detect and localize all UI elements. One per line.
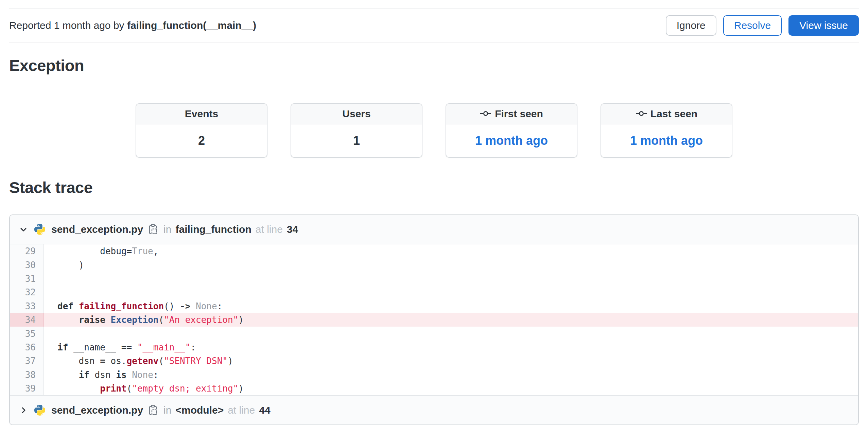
code-text: if dsn is None:: [44, 368, 858, 382]
code-text: debug=True,: [44, 244, 858, 258]
toolbar-buttons: IgnoreResolveView issue: [666, 15, 859, 36]
code-text: print("empty dsn; exiting"): [44, 382, 858, 395]
line-number: 29: [10, 244, 44, 258]
stat-label: Events: [185, 108, 218, 120]
stack-frame-header[interactable]: send_exception.pyin<module>at line44: [10, 396, 858, 425]
stat-card-header: First seen: [446, 104, 577, 124]
frame-in-label: in: [163, 224, 171, 235]
stat-card-users: Users1: [291, 103, 422, 158]
reported-text: Reported 1 month ago by failing_function…: [9, 20, 256, 31]
line-number: 37: [10, 354, 44, 368]
code-text: ): [44, 258, 858, 272]
copy-icon[interactable]: [148, 404, 158, 416]
stat-card-last-seen: Last seen1 month ago: [601, 103, 732, 158]
stat-card-header: Events: [136, 104, 267, 124]
stack-frame: send_exception.pyin<module>at line44: [10, 395, 858, 425]
view-issue-button[interactable]: View issue: [788, 15, 859, 36]
stat-value-events: 2: [136, 124, 267, 157]
code-line: 33def failing_function() -> None:: [10, 299, 858, 313]
line-number: 39: [10, 382, 44, 395]
line-number: 33: [10, 299, 44, 313]
line-number: 30: [10, 258, 44, 272]
chevron-down-icon[interactable]: [19, 225, 28, 234]
frame-at-line-label: at line: [256, 224, 283, 235]
line-number: 34: [10, 313, 44, 327]
stat-label: First seen: [495, 108, 543, 120]
line-number: 31: [10, 272, 44, 285]
code-line: 35: [10, 327, 858, 340]
commit-icon: [480, 108, 491, 120]
stack-frame-header[interactable]: send_exception.pyinfailing_functionat li…: [10, 215, 858, 244]
stack-trace-title: Stack trace: [9, 179, 859, 196]
code-text: [44, 327, 858, 340]
code-text: dsn = os.getenv("SENTRY_DSN"): [44, 354, 858, 368]
stat-card-events: Events2: [136, 103, 267, 158]
code-line: 37 dsn = os.getenv("SENTRY_DSN"): [10, 354, 858, 368]
stats-row: Events2Users1First seen1 month agoLast s…: [9, 103, 859, 158]
stat-label: Last seen: [650, 108, 697, 120]
stat-value-last-seen[interactable]: 1 month ago: [601, 124, 732, 157]
ignore-button[interactable]: Ignore: [666, 15, 716, 36]
resolve-button[interactable]: Resolve: [723, 15, 782, 36]
reported-prefix: Reported 1 month ago by: [9, 20, 127, 31]
exception-title: Exception: [9, 57, 859, 74]
frame-line-number: 44: [259, 404, 270, 416]
code-line: 38 if dsn is None:: [10, 368, 858, 382]
line-number: 36: [10, 341, 44, 354]
frame-function: failing_function: [175, 224, 251, 235]
issue-detail-page: Reported 1 month ago by failing_function…: [0, 8, 868, 425]
code-text: [44, 285, 858, 299]
stat-card-header: Last seen: [601, 104, 732, 124]
issue-toolbar: Reported 1 month ago by failing_function…: [9, 8, 859, 42]
code-text: raise Exception("An exception"): [44, 313, 858, 327]
code-line: 32: [10, 285, 858, 299]
stat-value-users: 1: [291, 124, 422, 157]
code-line: 30 ): [10, 258, 858, 272]
stat-card-header: Users: [291, 104, 422, 124]
code-line: 36if __name__ == "__main__":: [10, 341, 858, 354]
frame-line-number: 34: [287, 224, 298, 235]
chevron-right-icon[interactable]: [19, 405, 28, 415]
commit-icon: [636, 108, 647, 120]
frame-at-line-label: at line: [228, 404, 255, 416]
stat-label: Users: [342, 108, 370, 120]
code-line: 31: [10, 272, 858, 285]
code-text: [44, 272, 858, 285]
stat-card-first-seen: First seen1 month ago: [446, 103, 577, 158]
code-line: 39 print("empty dsn; exiting"): [10, 382, 858, 395]
copy-icon[interactable]: [148, 224, 158, 235]
line-number: 32: [10, 285, 44, 299]
code-text: def failing_function() -> None:: [44, 299, 858, 313]
python-icon: [34, 404, 46, 416]
reported-culprit: failing_function(__main__): [127, 20, 256, 31]
stack-trace: send_exception.pyinfailing_functionat li…: [9, 214, 859, 425]
stat-value-first-seen[interactable]: 1 month ago: [446, 124, 577, 157]
frame-code-context: 29 debug=True,30 )313233def failing_func…: [10, 244, 858, 395]
line-number: 35: [10, 327, 44, 340]
code-line-highlighted: 34 raise Exception("An exception"): [10, 313, 858, 327]
python-icon: [34, 223, 46, 236]
frame-in-label: in: [163, 404, 171, 416]
frame-filename: send_exception.py: [51, 404, 143, 416]
code-line: 29 debug=True,: [10, 244, 858, 258]
stack-frame: send_exception.pyinfailing_functionat li…: [10, 215, 858, 395]
line-number: 38: [10, 368, 44, 382]
code-text: if __name__ == "__main__":: [44, 341, 858, 354]
frame-filename: send_exception.py: [51, 224, 143, 235]
frame-function: <module>: [175, 404, 224, 416]
